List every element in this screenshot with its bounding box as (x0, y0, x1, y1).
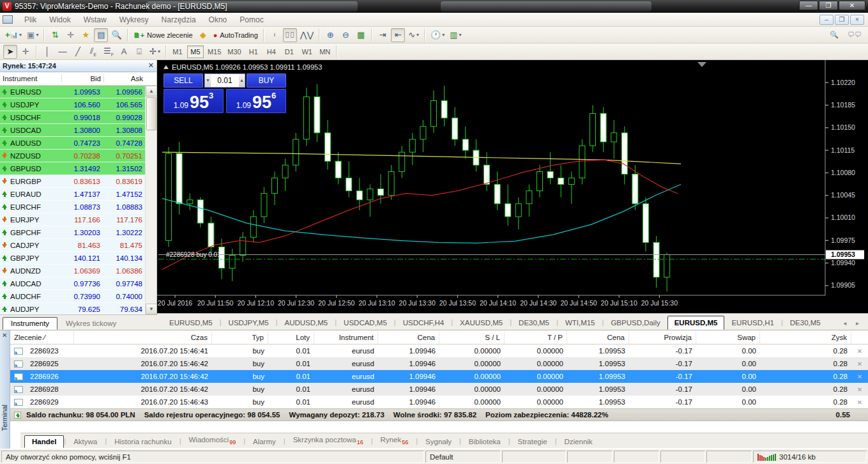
menu-item-pomoc[interactable]: Pomoc (233, 13, 270, 26)
market-watch-close-icon[interactable]: ✕ (148, 61, 154, 70)
menu-item-widok[interactable]: Widok (43, 13, 77, 26)
terminal-tab-aktywa[interactable]: Aktywa (66, 435, 105, 448)
bar-chart-button[interactable]: 𝄅𝄅 (268, 28, 282, 42)
terminal-close-icon[interactable]: ✕ (2, 332, 7, 339)
order-row[interactable]: 22869282016.07.20 15:46:42buy0.01eurusd1… (10, 383, 868, 396)
zoom-in-button[interactable]: ⊕ (323, 28, 337, 42)
close-order-button[interactable]: ✕ (851, 373, 868, 380)
order-row[interactable]: 22869232016.07.20 15:46:41buy0.01eurusd1… (10, 344, 868, 357)
profiles-button[interactable]: ▣▾ (25, 28, 40, 42)
chart-tab[interactable]: XAUUSD,M5 (453, 316, 510, 330)
column-header-1[interactable]: Czas (74, 331, 212, 344)
terminal-tab-biblioteka[interactable]: Biblioteka (461, 435, 508, 448)
chat-icon[interactable]: 🗩🗩 (848, 31, 862, 39)
menu-item-plik[interactable]: Plik (18, 13, 43, 26)
market-watch-row[interactable]: EURUSD1.099531.09956 (0, 86, 146, 98)
text-label-button[interactable]: ⌻ (132, 45, 146, 59)
sell-button[interactable]: SELL (164, 73, 203, 88)
crosshair-button[interactable]: ✛ (19, 45, 33, 59)
column-header-8[interactable]: Cena (567, 331, 629, 344)
new-chart-button[interactable]: +📊▾ (3, 28, 24, 42)
timeframe-button-m30[interactable]: M30 (225, 45, 243, 58)
market-watch-row[interactable]: GBPJPY140.121140.134 (0, 252, 146, 265)
zoom-out-button[interactable]: ⊖ (339, 28, 353, 42)
market-watch-row[interactable]: AUDNZD1.063691.06386 (0, 265, 146, 277)
arrows-button[interactable]: ✢▾ (148, 45, 162, 59)
indicators-button[interactable]: ∿▾ (406, 28, 421, 42)
equidistant-channel-button[interactable]: ⫽E (86, 45, 100, 59)
column-header-3[interactable]: Loty (268, 331, 314, 344)
tile-windows-button[interactable]: ▦ (354, 28, 368, 42)
buy-button[interactable]: BUY (247, 73, 286, 88)
market-watch-column-headers[interactable]: Instrument Bid Ask (0, 72, 156, 86)
chart-tab[interactable]: EURUSD,M5 (667, 316, 725, 330)
scrollbar-thumb[interactable] (146, 97, 156, 130)
chart-area[interactable]: #2286928 buy 0.011.102201.101851.101501.… (157, 60, 868, 313)
market-watch-row[interactable]: EURGBP0.836130.83619 (0, 175, 146, 188)
menu-item-narzędzia[interactable]: Narzędzia (155, 13, 202, 26)
order-row[interactable]: 22869262016.07.20 15:46:42buy0.01eurusd1… (10, 370, 868, 383)
orders-table-header[interactable]: Zlecenie ∕CzasTypLotyInstrumentCenaS / L… (10, 330, 868, 344)
market-watch-row[interactable]: GBPCHF1.302031.30222 (0, 226, 146, 239)
market-watch-button[interactable]: ▤ (94, 28, 108, 42)
scroll-up-icon[interactable]: ▲ (146, 86, 157, 97)
strategy-tester-button[interactable]: 🔍 (109, 28, 123, 42)
navigator-button[interactable]: ★ (79, 28, 93, 42)
chart-tab[interactable]: DE30,M5 (512, 316, 556, 330)
market-watch-row[interactable]: EURAUD1.471371.47152 (0, 188, 146, 201)
periods-button[interactable]: 🕐▾ (429, 28, 446, 42)
market-watch-row[interactable]: EURJPY117.166117.176 (0, 213, 146, 226)
tick-arrows-icon[interactable]: ⇅ (48, 28, 62, 42)
chart-tab-scroll-arrows[interactable]: ◂ ▸ (843, 320, 863, 327)
chart-tab[interactable]: USDCAD,M5 (337, 316, 394, 330)
market-watch-row[interactable]: GBPUSD1.314921.31502 (0, 162, 146, 175)
text-button[interactable]: A (117, 45, 131, 59)
market-watch-row[interactable]: USDJPY106.560106.565 (0, 98, 146, 111)
timeframe-button-d1[interactable]: D1 (281, 45, 298, 58)
column-header-0[interactable]: Zlecenie ∕ (10, 331, 74, 344)
timeframe-button-m5[interactable]: M5 (187, 45, 204, 58)
volume-down-icon[interactable]: ▼ (205, 74, 211, 87)
timeframe-button-m1[interactable]: M1 (169, 45, 186, 58)
column-header-10[interactable]: Swap (696, 331, 760, 344)
search-icon[interactable]: 🔍 (830, 31, 839, 39)
terminal-tab-wiadomości[interactable]: Wiadomości99 (181, 433, 243, 448)
volume-up-icon[interactable]: ▲ (239, 74, 245, 87)
order-row[interactable]: 22869292016.07.20 15:46:43buy0.01eurusd1… (10, 396, 868, 408)
chart-tab[interactable]: USDJPY,M5 (222, 316, 276, 330)
terminal-tab-dziennik[interactable]: Dziennik (556, 435, 600, 448)
column-header-2[interactable]: Typ (212, 331, 268, 344)
vertical-line-button[interactable]: │ (40, 45, 54, 59)
close-order-button[interactable]: ✕ (851, 399, 868, 406)
sell-price-panel[interactable]: 1.09 95 3 (164, 89, 224, 113)
close-order-button[interactable]: ✕ (851, 348, 868, 355)
buy-price-panel[interactable]: 1.09 95 6 (226, 89, 286, 113)
chart-minimize-button[interactable]: – (819, 15, 834, 25)
terminal-tab-strategie[interactable]: Strategie (510, 435, 555, 448)
market-watch-row[interactable]: USDCAD1.308001.30808 (0, 124, 146, 137)
market-watch-row[interactable]: AUDCAD0.977360.97748 (0, 277, 146, 290)
metaeditor-button[interactable]: ◆ (196, 28, 210, 42)
chart-tab[interactable]: GBPUSD,Daily (604, 316, 667, 330)
cursor-button[interactable]: ➤ (3, 45, 17, 59)
market-watch-row[interactable]: AUDJPY79.62579.634 (0, 303, 146, 314)
chart-close-button[interactable]: × (850, 15, 864, 25)
market-watch-tab-tick-chart[interactable]: Wykres tickowy (57, 317, 125, 330)
timeframe-button-mn[interactable]: MN (317, 45, 333, 58)
close-order-button[interactable]: ✕ (851, 386, 868, 393)
market-watch-tab-symbols[interactable]: Instrumenty (3, 317, 57, 330)
templates-button[interactable]: ▥▾ (448, 28, 463, 42)
candlestick-chart-button[interactable]: ⌷⌷ (283, 28, 297, 42)
chart-tab[interactable]: EURUSD,H1 (724, 316, 780, 330)
terminal-tab-handel[interactable]: Handel (24, 435, 64, 448)
chart-tab[interactable]: DE30,M5 (783, 316, 828, 330)
fibonacci-button[interactable]: ☰F (102, 45, 116, 59)
chart-restore-button[interactable]: ❐ (835, 15, 849, 25)
column-header-6[interactable]: S / L (439, 331, 505, 344)
autotrading-button[interactable]: ● AutoTrading (211, 28, 260, 42)
menu-item-wykresy[interactable]: Wykresy (113, 13, 155, 26)
volume-input[interactable] (211, 74, 239, 87)
market-watch-row[interactable]: AUDUSD0.747230.74728 (0, 137, 146, 150)
scroll-down-icon[interactable]: ▼ (146, 304, 157, 314)
horizontal-line-button[interactable]: — (56, 45, 70, 59)
